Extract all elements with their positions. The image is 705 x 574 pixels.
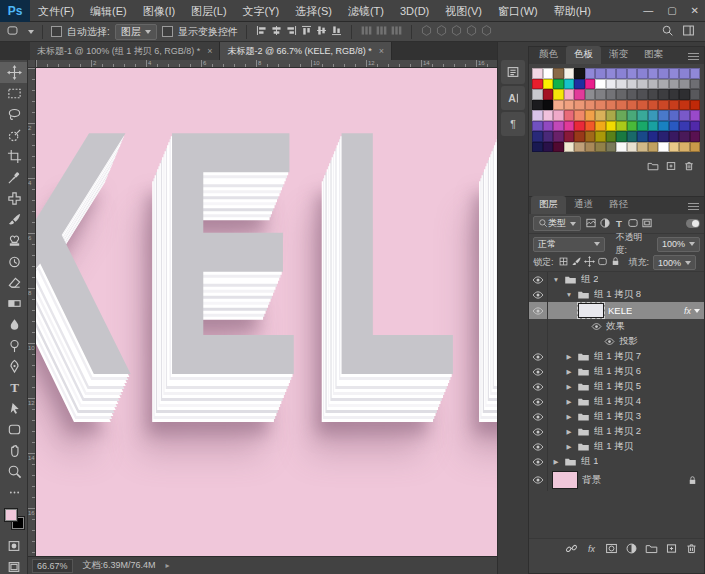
- brush-tool[interactable]: [0, 209, 28, 230]
- tool-preset-caret[interactable]: [28, 30, 34, 34]
- filter-type-select[interactable]: 类型: [533, 216, 581, 231]
- threed-mode-button[interactable]: [450, 24, 463, 39]
- distribute-button[interactable]: [390, 24, 403, 39]
- layer-row[interactable]: ▶组 1 拷贝 4: [529, 394, 704, 409]
- quick-selection-tool[interactable]: [0, 125, 28, 146]
- color-swatch[interactable]: [658, 121, 669, 132]
- link-button[interactable]: [565, 541, 578, 559]
- color-swatch[interactable]: [637, 142, 648, 153]
- menu-item[interactable]: 选择(S): [287, 0, 340, 22]
- eye-icon[interactable]: [604, 336, 615, 347]
- layer-row[interactable]: ▶组 1 拷贝 7: [529, 349, 704, 364]
- color-swatch[interactable]: [543, 79, 554, 90]
- color-swatch[interactable]: [690, 100, 701, 111]
- new-layer-button[interactable]: [665, 541, 678, 559]
- color-swatch[interactable]: [553, 68, 564, 79]
- color-swatch[interactable]: [616, 110, 627, 121]
- menu-item[interactable]: 窗口(W): [490, 0, 546, 22]
- visibility-toggle[interactable]: [529, 334, 548, 349]
- color-swatch[interactable]: [564, 89, 575, 100]
- color-swatch[interactable]: [574, 131, 585, 142]
- blur-tool[interactable]: [0, 314, 28, 335]
- color-swatch[interactable]: [574, 110, 585, 121]
- color-swatch[interactable]: [564, 121, 575, 132]
- layer-row[interactable]: 效果: [529, 319, 704, 334]
- lock-pixels-button[interactable]: [571, 256, 582, 269]
- color-swatch[interactable]: [564, 110, 575, 121]
- auto-select-dropdown[interactable]: 图层: [115, 24, 157, 40]
- color-swatch[interactable]: [553, 110, 564, 121]
- color-swatch[interactable]: [606, 79, 617, 90]
- visibility-toggle[interactable]: [529, 394, 548, 409]
- color-swatch[interactable]: [564, 131, 575, 142]
- layer-row[interactable]: ▼组 2: [529, 272, 704, 287]
- color-swatch[interactable]: [585, 68, 596, 79]
- color-swatch[interactable]: [574, 89, 585, 100]
- color-swatch[interactable]: [627, 110, 638, 121]
- color-swatch[interactable]: [679, 110, 690, 121]
- panel-tab-渐变[interactable]: 渐变: [601, 46, 636, 64]
- color-swatch[interactable]: [679, 142, 690, 153]
- color-swatch[interactable]: [606, 142, 617, 153]
- color-swatch[interactable]: [532, 131, 543, 142]
- foreground-color-chip[interactable]: [4, 508, 18, 522]
- delete-layer-button[interactable]: [683, 158, 695, 176]
- color-swatch[interactable]: [679, 121, 690, 132]
- twirl-closed-icon[interactable]: ▶: [565, 353, 573, 361]
- layer-row[interactable]: ▶组 1: [529, 454, 704, 469]
- color-swatch[interactable]: [637, 121, 648, 132]
- color-swatch[interactable]: [627, 142, 638, 153]
- delete-layer-button[interactable]: [685, 541, 698, 559]
- visibility-toggle[interactable]: [529, 379, 548, 394]
- distribute-button[interactable]: [375, 24, 388, 39]
- color-swatch[interactable]: [669, 110, 680, 121]
- color-swatch[interactable]: [616, 89, 627, 100]
- eyedropper-tool[interactable]: [0, 167, 28, 188]
- twirl-closed-icon[interactable]: ▶: [565, 368, 573, 376]
- align-middle-button[interactable]: [315, 24, 328, 39]
- threed-mode-button[interactable]: [420, 24, 433, 39]
- color-swatch[interactable]: [648, 142, 659, 153]
- color-swatch[interactable]: [595, 89, 606, 100]
- layer-row[interactable]: ▶组 1 拷贝 2: [529, 424, 704, 439]
- move-tool[interactable]: [0, 62, 28, 83]
- twirl-open-icon[interactable]: ▼: [552, 276, 560, 283]
- color-swatch[interactable]: [637, 131, 648, 142]
- blend-mode-select[interactable]: 正常: [533, 237, 605, 252]
- color-swatch[interactable]: [658, 100, 669, 111]
- color-swatch[interactable]: [669, 100, 680, 111]
- panel-tab-通道[interactable]: 通道: [566, 196, 601, 214]
- color-swatch[interactable]: [648, 79, 659, 90]
- panel-tab-路径[interactable]: 路径: [601, 196, 636, 214]
- path-selection-tool[interactable]: [0, 398, 28, 419]
- color-swatch[interactable]: [585, 79, 596, 90]
- align-top-button[interactable]: [300, 24, 313, 39]
- lock-artboard-button[interactable]: [597, 256, 608, 269]
- lock-transparent-button[interactable]: [558, 256, 569, 269]
- menu-item[interactable]: 视图(V): [437, 0, 490, 22]
- color-swatch[interactable]: [690, 142, 701, 153]
- panel-tab-图案[interactable]: 图案: [636, 46, 671, 64]
- color-swatch[interactable]: [606, 89, 617, 100]
- color-swatch[interactable]: [574, 142, 585, 153]
- menu-item[interactable]: 图层(L): [183, 0, 234, 22]
- visibility-toggle[interactable]: [529, 287, 548, 302]
- layer-mask-button[interactable]: [605, 541, 618, 559]
- visibility-toggle[interactable]: [529, 469, 548, 491]
- shape-filter-button[interactable]: [627, 217, 639, 231]
- fx-button[interactable]: fx: [585, 541, 598, 559]
- color-swatch[interactable]: [637, 100, 648, 111]
- adjustment-filter-button[interactable]: [599, 217, 611, 231]
- menu-item[interactable]: 文件(F): [30, 0, 82, 22]
- layer-row[interactable]: ▶组 1 拷贝 5: [529, 379, 704, 394]
- color-swatch[interactable]: [564, 79, 575, 90]
- color-swatch[interactable]: [690, 121, 701, 132]
- paragraph-panel-button[interactable]: ¶: [501, 112, 525, 136]
- color-swatch[interactable]: [669, 121, 680, 132]
- color-swatch[interactable]: [585, 89, 596, 100]
- threed-mode-button[interactable]: [480, 24, 493, 39]
- smart-object-filter-button[interactable]: [641, 217, 653, 231]
- color-swatch[interactable]: [595, 100, 606, 111]
- color-swatch[interactable]: [637, 110, 648, 121]
- color-swatch[interactable]: [637, 89, 648, 100]
